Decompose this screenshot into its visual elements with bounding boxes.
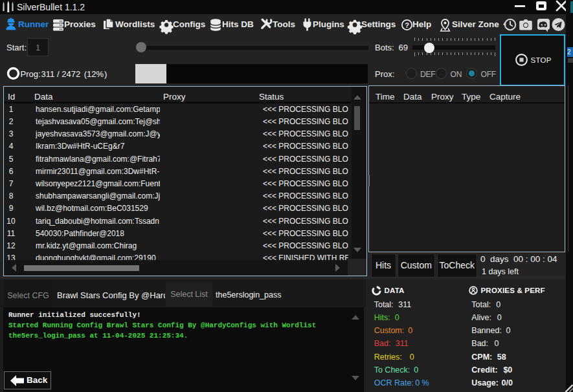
svg-text:?: ? (405, 21, 409, 29)
